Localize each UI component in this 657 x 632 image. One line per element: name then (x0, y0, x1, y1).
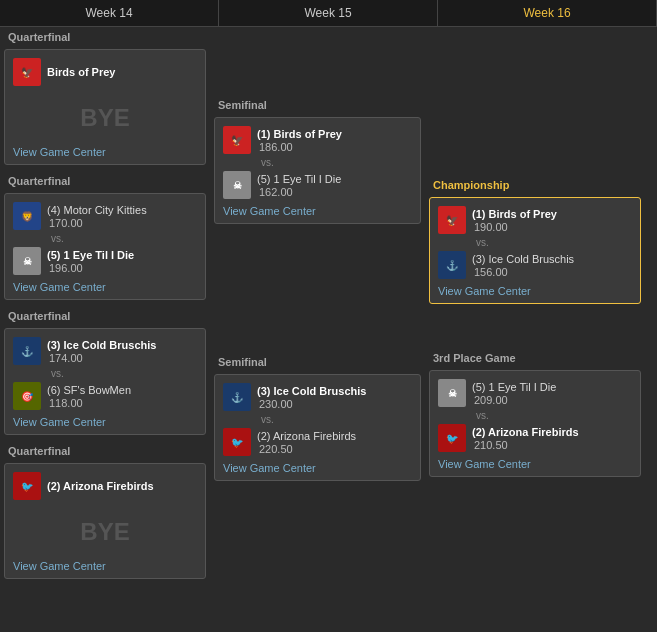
champ-view-game[interactable]: View Game Center (438, 285, 632, 297)
third-vs: vs. (472, 409, 632, 422)
header-week16: Week 16 (438, 0, 657, 26)
sf1-team2-row: ☠ (5) 1 Eye Til I Die 162.00 (223, 169, 412, 201)
qf4-view-game[interactable]: View Game Center (13, 560, 197, 572)
qf2-view-game[interactable]: View Game Center (13, 281, 197, 293)
qf3-view-game[interactable]: View Game Center (13, 416, 197, 428)
champ-team1-row: 🦅 (1) Birds of Prey 190.00 (438, 204, 632, 236)
header-week15: Week 15 (219, 0, 438, 26)
championship-block: Championship 🦅 (1) Birds of Prey 190.00 … (425, 175, 645, 308)
sf2-team1-name: (3) Ice Cold Bruschis (257, 384, 366, 398)
qf3-team1-logo: ⚓ (13, 337, 41, 365)
sf2-label: Semifinal (210, 352, 425, 370)
sf1-team1-row: 🦅 (1) Birds of Prey 186.00 (223, 124, 412, 156)
sf1-view-game[interactable]: View Game Center (223, 205, 412, 217)
sf2-team1-logo: ⚓ (223, 383, 251, 411)
sf-2: Semifinal ⚓ (3) Ice Cold Bruschis 230.00… (210, 352, 425, 485)
championship-card: 🦅 (1) Birds of Prey 190.00 vs. ⚓ (3) Ice… (429, 197, 641, 304)
champ-team2-row: ⚓ (3) Ice Cold Bruschis 156.00 (438, 249, 632, 281)
qf-2: Quarterfinal 🦁 (4) Motor City Kitties 17… (0, 171, 210, 304)
qf2-team2-score: 196.00 (49, 262, 134, 274)
sf1-team1-score: 186.00 (259, 141, 342, 153)
qf4-card: 🐦 (2) Arizona Firebirds BYE View Game Ce… (4, 463, 206, 579)
third-team1-score: 209.00 (474, 394, 556, 406)
third-card: ☠ (5) 1 Eye Til I Die 209.00 vs. 🐦 (2) A… (429, 370, 641, 477)
champ-team1-score: 190.00 (474, 221, 557, 233)
qf-3: Quarterfinal ⚓ (3) Ice Cold Bruschis 174… (0, 306, 210, 439)
qf4-bye: BYE (13, 502, 197, 556)
sf2-vs: vs. (257, 413, 412, 426)
third-view-game[interactable]: View Game Center (438, 458, 632, 470)
champ-vs: vs. (472, 236, 632, 249)
third-team2-logo: 🐦 (438, 424, 466, 452)
qf1-view-game[interactable]: View Game Center (13, 146, 197, 158)
qf3-card: ⚓ (3) Ice Cold Bruschis 174.00 vs. 🎯 (6)… (4, 328, 206, 435)
sf2-team1-score: 230.00 (259, 398, 366, 410)
sf2-team2-name: (2) Arizona Firebirds (257, 429, 356, 443)
sf1-label: Semifinal (210, 95, 425, 113)
qf3-team2-name: (6) SF's BowMen (47, 383, 131, 397)
qf3-team1-score: 174.00 (49, 352, 156, 364)
qf3-team2-logo: 🎯 (13, 382, 41, 410)
qf1-team1-row: 🦅 Birds of Prey (13, 56, 197, 88)
championship-label: Championship (425, 175, 645, 193)
qf3-label: Quarterfinal (0, 306, 210, 324)
semifinals-column: Semifinal 🦅 (1) Birds of Prey 186.00 vs.… (210, 27, 425, 585)
qf3-team1-row: ⚓ (3) Ice Cold Bruschis 174.00 (13, 335, 197, 367)
champ-team2-name: (3) Ice Cold Bruschis (472, 252, 574, 266)
sf1-team2-score: 162.00 (259, 186, 341, 198)
qf3-team2-row: 🎯 (6) SF's BowMen 118.00 (13, 380, 197, 412)
header-row: Week 14 Week 15 Week 16 (0, 0, 657, 27)
third-team2-score: 210.50 (474, 439, 579, 451)
sf1-team2-logo: ☠ (223, 171, 251, 199)
champ-team2-logo: ⚓ (438, 251, 466, 279)
finals-column: Championship 🦅 (1) Birds of Prey 190.00 … (425, 27, 645, 585)
quarterfinals-column: Quarterfinal 🦅 Birds of Prey BYE View Ga… (0, 27, 210, 585)
sf1-team2-name: (5) 1 Eye Til I Die (257, 172, 341, 186)
qf2-team1-logo: 🦁 (13, 202, 41, 230)
sf1-team1-name: (1) Birds of Prey (257, 127, 342, 141)
sf2-team2-row: 🐦 (2) Arizona Firebirds 220.50 (223, 426, 412, 458)
qf3-team2-score: 118.00 (49, 397, 131, 409)
qf2-team2-name: (5) 1 Eye Til I Die (47, 248, 134, 262)
third-team1-logo: ☠ (438, 379, 466, 407)
sf1-vs: vs. (257, 156, 412, 169)
champ-team1-name: (1) Birds of Prey (472, 207, 557, 221)
qf3-team1-name: (3) Ice Cold Bruschis (47, 338, 156, 352)
qf2-team2-row: ☠ (5) 1 Eye Til I Die 196.00 (13, 245, 197, 277)
third-team1-row: ☠ (5) 1 Eye Til I Die 209.00 (438, 377, 632, 409)
champ-team2-score: 156.00 (474, 266, 574, 278)
qf2-team2-logo: ☠ (13, 247, 41, 275)
qf1-bye: BYE (13, 88, 197, 142)
qf4-label: Quarterfinal (0, 441, 210, 459)
qf2-label: Quarterfinal (0, 171, 210, 189)
champ-team1-logo: 🦅 (438, 206, 466, 234)
qf2-card: 🦁 (4) Motor City Kitties 170.00 vs. ☠ (5… (4, 193, 206, 300)
third-label: 3rd Place Game (425, 348, 645, 366)
sf-1: Semifinal 🦅 (1) Birds of Prey 186.00 vs.… (210, 95, 425, 228)
qf4-team1-row: 🐦 (2) Arizona Firebirds (13, 470, 197, 502)
qf2-team1-name: (4) Motor City Kitties (47, 203, 147, 217)
qf1-card: 🦅 Birds of Prey BYE View Game Center (4, 49, 206, 165)
qf4-team1-logo: 🐦 (13, 472, 41, 500)
third-place-block: 3rd Place Game ☠ (5) 1 Eye Til I Die 209… (425, 348, 645, 481)
qf-4: Quarterfinal 🐦 (2) Arizona Firebirds BYE… (0, 441, 210, 583)
qf2-team1-row: 🦁 (4) Motor City Kitties 170.00 (13, 200, 197, 232)
third-team2-row: 🐦 (2) Arizona Firebirds 210.50 (438, 422, 632, 454)
sf1-team1-logo: 🦅 (223, 126, 251, 154)
sf2-team1-row: ⚓ (3) Ice Cold Bruschis 230.00 (223, 381, 412, 413)
qf4-team1-name: (2) Arizona Firebirds (47, 479, 154, 493)
sf2-team2-logo: 🐦 (223, 428, 251, 456)
sf2-team2-score: 220.50 (259, 443, 356, 455)
qf1-team1-logo: 🦅 (13, 58, 41, 86)
qf1-team1-name: Birds of Prey (47, 65, 115, 79)
third-team1-name: (5) 1 Eye Til I Die (472, 380, 556, 394)
header-week14: Week 14 (0, 0, 219, 26)
third-team2-name: (2) Arizona Firebirds (472, 425, 579, 439)
qf-1: Quarterfinal 🦅 Birds of Prey BYE View Ga… (0, 27, 210, 169)
sf1-card: 🦅 (1) Birds of Prey 186.00 vs. ☠ (5) 1 E… (214, 117, 421, 224)
qf1-label: Quarterfinal (0, 27, 210, 45)
qf2-team1-score: 170.00 (49, 217, 147, 229)
sf2-view-game[interactable]: View Game Center (223, 462, 412, 474)
qf3-vs: vs. (47, 367, 197, 380)
sf2-card: ⚓ (3) Ice Cold Bruschis 230.00 vs. 🐦 (2)… (214, 374, 421, 481)
